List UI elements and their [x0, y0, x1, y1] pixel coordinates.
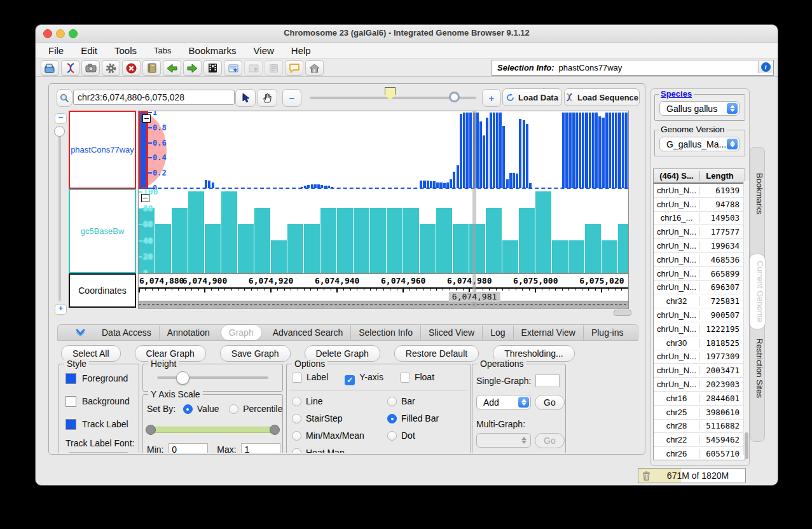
dot-radio[interactable] — [387, 431, 397, 441]
track-label-coordinates[interactable]: Coordinates — [69, 273, 136, 308]
table-row[interactable]: chrUn_N...468536 — [654, 253, 745, 267]
radio-row-line[interactable]: Line — [292, 396, 364, 406]
max-field[interactable] — [241, 443, 280, 453]
line-radio[interactable] — [292, 397, 301, 406]
min-max-mean-radio[interactable] — [292, 431, 301, 441]
sequence-table-header[interactable]: (464) S... Length — [654, 169, 745, 184]
tab-log[interactable]: Log — [482, 326, 513, 340]
home-button[interactable] — [305, 60, 324, 76]
splitter-handle[interactable] — [614, 310, 631, 316]
dna-button[interactable] — [61, 60, 79, 76]
table-row[interactable]: chrUn_N...665899 — [654, 267, 745, 281]
tab-selection-info[interactable]: Selection Info — [350, 326, 420, 340]
stop-button[interactable] — [122, 60, 141, 76]
vertical-zoom-out-button[interactable]: − — [55, 113, 67, 124]
menu-item-tabs[interactable]: Tabs — [154, 46, 171, 55]
percentile-radio[interactable] — [229, 404, 238, 414]
info-button[interactable]: i — [758, 61, 773, 73]
table-row[interactable]: chr225459462 — [654, 433, 745, 447]
checkbox-row-label[interactable]: Label — [292, 372, 328, 382]
radio-row-filled-bar[interactable]: Filled Bar — [387, 413, 439, 423]
side-tab-bookmarks[interactable]: Bookmarks — [750, 173, 764, 214]
value-radio[interactable] — [183, 404, 193, 414]
table-row[interactable]: chrUn_N...1977309 — [654, 350, 745, 364]
export-view-button[interactable] — [224, 60, 242, 76]
button-save-graph[interactable]: Save Graph — [220, 345, 291, 362]
foreground-swatch[interactable] — [65, 373, 76, 384]
menu-item-tools[interactable]: Tools — [114, 45, 137, 56]
menu-item-file[interactable]: File — [48, 45, 64, 56]
radio-row-dot[interactable]: Dot — [387, 430, 439, 441]
comment-button[interactable] — [285, 60, 303, 76]
track-label-phastcons77way[interactable]: phastCons77way — [69, 111, 136, 189]
coordinate-input[interactable] — [73, 90, 235, 105]
table-row[interactable]: chrUn_N...696307 — [654, 281, 745, 295]
back-arrow-button[interactable] — [163, 60, 181, 76]
radio-row-stairstep[interactable]: StairStep — [292, 413, 364, 423]
track-label-color-row[interactable]: Track Label — [65, 419, 128, 430]
table-row[interactable]: chr285116882 — [654, 420, 745, 434]
forward-arrow-button[interactable] — [183, 60, 202, 76]
font-size-combo[interactable]: 12 — [67, 452, 130, 453]
tab-external-view[interactable]: External View — [513, 326, 583, 340]
table-row[interactable]: chrUn_N...177577 — [654, 225, 745, 239]
table-scrollbar[interactable] — [743, 181, 749, 455]
selected-graph-handle[interactable] — [139, 111, 148, 189]
species-link[interactable]: Species — [659, 89, 694, 99]
vertical-slider-thumb[interactable] — [54, 126, 65, 137]
zoom-slider-thumb[interactable] — [449, 92, 460, 102]
multi-graph-go-button[interactable]: Go — [535, 433, 565, 448]
vertical-slider-track[interactable] — [58, 126, 61, 301]
track-label-swatch[interactable] — [65, 419, 76, 430]
radio-row-bar[interactable]: Bar — [387, 396, 439, 406]
trash-icon[interactable] — [642, 471, 650, 481]
background-color-row[interactable]: Background — [65, 396, 130, 407]
collapse-track-button[interactable] — [141, 194, 149, 202]
height-slider-thumb[interactable] — [176, 371, 189, 385]
length-column-header[interactable]: Length — [700, 171, 740, 181]
species-combo[interactable]: Gallus gallus — [659, 101, 740, 116]
float-checkbox[interactable] — [400, 373, 410, 383]
tab-plug-ins[interactable]: Plug-ins — [583, 326, 631, 340]
export-image-button[interactable] — [244, 60, 263, 76]
range-slider-track[interactable] — [148, 427, 277, 433]
table-row[interactable]: chrUn_N...199634 — [654, 239, 745, 253]
operation-combo[interactable]: Add — [476, 395, 531, 409]
tab-annotation[interactable]: Annotation — [159, 326, 217, 340]
tab-data-access[interactable]: Data Access — [94, 326, 159, 340]
foreground-color-row[interactable]: Foreground — [65, 373, 128, 384]
radio-row-heat-map[interactable]: Heat Map — [292, 448, 364, 453]
genome-graph-area[interactable]: 10.80.60.40.20 100806040200 6,074,8806,0… — [138, 111, 629, 309]
side-tab-current-genome[interactable]: Current Genome — [750, 254, 765, 329]
genome-version-combo[interactable]: G_gallus_Ma... — [659, 137, 740, 151]
range-slider-min-thumb[interactable] — [146, 425, 156, 435]
load-data-button[interactable]: Load Data — [502, 88, 562, 106]
range-slider-max-thumb[interactable] — [270, 425, 280, 435]
side-tab-restriction-sites[interactable]: Restriction Sites — [750, 338, 764, 398]
vertical-zoom-in-button[interactable]: + — [55, 304, 67, 315]
select-tool-button[interactable] — [235, 89, 256, 107]
table-row[interactable]: chrUn_N...900507 — [654, 308, 745, 322]
zoom-in-button[interactable]: + — [482, 89, 501, 107]
label-checkbox[interactable] — [292, 373, 302, 383]
track-label-gc5basebw[interactable]: gc5BaseBw — [69, 189, 136, 273]
table-row[interactable]: chr266055710 — [654, 447, 745, 460]
print-button[interactable] — [265, 60, 283, 76]
camera-button[interactable] — [81, 60, 100, 76]
seq-column-header[interactable]: (464) S... — [654, 171, 700, 181]
table-row[interactable]: chrUn_N...1222195 — [654, 322, 745, 336]
checkbox-row-y-axis[interactable]: ✓Y-axis — [345, 372, 383, 382]
journal-button[interactable] — [142, 60, 161, 76]
open-file-button[interactable] — [41, 60, 59, 76]
memory-usage-text[interactable]: 671M of 1820M — [650, 471, 745, 481]
tab-sliced-view[interactable]: Sliced View — [420, 326, 482, 340]
tab-graph[interactable]: Graph — [221, 325, 261, 340]
table-row[interactable]: chr16_...149503 — [654, 212, 745, 226]
gc5base-track[interactable]: 100806040200 — [139, 189, 628, 274]
stairstep-radio[interactable] — [292, 414, 301, 423]
menu-item-view[interactable]: View — [254, 45, 274, 56]
tab-advanced-search[interactable]: Advanced Search — [265, 326, 351, 340]
background-swatch[interactable] — [65, 396, 76, 407]
chevron-down-icon[interactable] — [76, 329, 85, 336]
phastcons-track[interactable]: 10.80.60.40.20 — [139, 111, 628, 189]
